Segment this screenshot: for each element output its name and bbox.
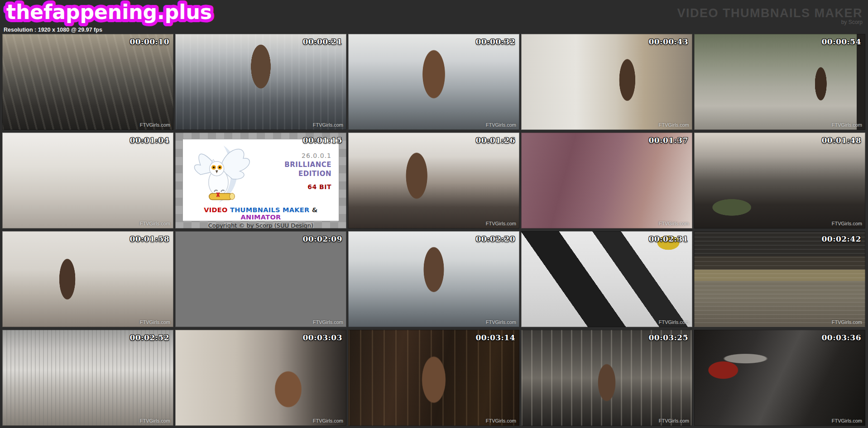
timestamp-label: 00:00:10 [129, 37, 169, 46]
video-thumbnail: 00:02:42 FTVGirls.com [694, 231, 865, 327]
ftvgirls-watermark: FTVGirls.com [659, 418, 689, 423]
video-thumbnail: 00:03:36 FTVGirls.com [694, 330, 865, 426]
ftvgirls-watermark: FTVGirls.com [140, 221, 170, 226]
video-thumbnail: 00:00:10 FTVGirls.com [2, 34, 173, 130]
ftvgirls-watermark: FTVGirls.com [659, 319, 689, 325]
timestamp-label: 00:03:14 [475, 333, 515, 342]
timestamp-label: 00:02:20 [475, 234, 515, 243]
timestamp-label: 00:03:03 [302, 333, 342, 342]
bits-label: 64 BIT [261, 182, 331, 191]
video-thumbnail: 00:01:48 FTVGirls.com [694, 133, 865, 228]
video-thumbnail: 00:02:09 FTVGirls.com [175, 231, 346, 327]
video-thumbnail: 00:03:25 FTVGirls.com [521, 330, 692, 426]
splash-body: 26.0.0.1 BRILLIANCE EDITION 64 BIT [183, 139, 339, 206]
timestamp-label: 00:02:09 [302, 234, 342, 243]
timestamp-label: 00:01:26 [475, 136, 515, 145]
ftvgirls-watermark: FTVGirls.com [659, 122, 689, 128]
ftvgirls-watermark: FTVGirls.com [486, 319, 516, 325]
timestamp-label: 00:02:52 [129, 333, 169, 342]
timestamp-label: 00:01:48 [821, 136, 861, 145]
video-thumbnail: 00:00:54 FTVGirls.com [694, 34, 865, 130]
thumbnail-grid: 00:00:10 FTVGirls.com 00:00:21 FTVGirls.… [0, 34, 868, 426]
video-thumbnail: 00:03:03 FTVGirls.com [175, 330, 346, 426]
timestamp-label: 00:01:37 [648, 136, 688, 145]
timestamp-label: 00:02:31 [648, 234, 688, 243]
ftvgirls-watermark: FTVGirls.com [313, 122, 343, 128]
timestamp-label: 00:02:42 [821, 234, 861, 243]
video-thumbnail: 00:01:58 FTVGirls.com [2, 231, 173, 327]
ftvgirls-watermark: FTVGirls.com [832, 319, 862, 325]
timestamp-label: 00:00:21 [302, 37, 342, 46]
timestamp-label: 00:00:32 [475, 37, 515, 46]
ftvgirls-watermark: FTVGirls.com [140, 122, 170, 128]
ftvgirls-watermark: FTVGirls.com [659, 221, 689, 226]
timestamp-label: 00:01:04 [129, 136, 169, 145]
timestamp-label: 00:03:25 [648, 333, 688, 342]
edition-label-2: EDITION [261, 169, 331, 178]
ftvgirls-watermark: FTVGirls.com [140, 319, 170, 325]
splash-panel: 26.0.0.1 BRILLIANCE EDITION 64 BIT VIDEO… [182, 139, 339, 221]
timestamp-label: 00:03:36 [821, 333, 861, 342]
app-logo: VIDEO THUMBNAILS MAKER by Scorp [677, 7, 863, 25]
video-thumbnail: 00:02:20 FTVGirls.com [348, 231, 519, 327]
ftvgirls-watermark: FTVGirls.com [832, 418, 862, 423]
edition-label-1: BRILLIANCE [261, 160, 331, 169]
timestamp-label: 00:01:15 [302, 136, 342, 145]
ftvgirls-watermark: FTVGirls.com [313, 418, 343, 423]
splash-title-animator: ANIMATOR [240, 214, 281, 221]
video-thumbnail: 00:00:21 FTVGirls.com [175, 34, 346, 130]
video-thumbnail: 00:00:32 FTVGirls.com [348, 34, 519, 130]
app-byline: by Scorp [677, 19, 863, 25]
video-thumbnail: 00:02:52 FTVGirls.com [2, 330, 173, 426]
app-title: VIDEO THUMBNAILS MAKER [677, 7, 863, 19]
timestamp-label: 00:01:58 [129, 234, 169, 243]
ftvgirls-watermark: FTVGirls.com [486, 418, 516, 423]
video-thumbnail-splash: 26.0.0.1 BRILLIANCE EDITION 64 BIT VIDEO… [175, 133, 346, 228]
ftvgirls-watermark: FTVGirls.com [486, 122, 516, 128]
ftvgirls-watermark: FTVGirls.com [832, 122, 862, 128]
video-thumbnail: 00:03:14 FTVGirls.com [348, 330, 519, 426]
resolution-line: Resolution : 1920 x 1080 @ 29.97 fps [4, 27, 102, 33]
video-thumbnail: 00:00:43 FTVGirls.com [521, 34, 692, 130]
video-thumbnail: 00:01:37 FTVGirls.com [521, 133, 692, 228]
header: Resolution : 1920 x 1080 @ 29.97 fps Dur… [0, 0, 868, 34]
splash-version-block: 26.0.0.1 BRILLIANCE EDITION 64 BIT [261, 139, 339, 206]
video-thumbnail: 00:01:26 FTVGirls.com [348, 133, 519, 228]
ftvgirls-watermark: FTVGirls.com [486, 221, 516, 226]
splash-title-video: VIDEO [204, 206, 227, 214]
contact-sheet: Resolution : 1920 x 1080 @ 29.97 fps Dur… [0, 0, 868, 426]
timestamp-label: 00:00:54 [821, 37, 861, 46]
video-thumbnail: 00:02:31 FTVGirls.com [521, 231, 692, 327]
version-label: 26.0.0.1 [261, 151, 331, 160]
ftvgirls-watermark: FTVGirls.com [313, 319, 343, 325]
splash-copyright: Copyright © by Scorp (SUU Design) [183, 222, 339, 228]
owl-logo-icon [183, 139, 261, 206]
splash-title-thumbnails-maker: THUMBNAILS MAKER [230, 206, 310, 214]
ftvgirls-watermark: FTVGirls.com [832, 221, 862, 226]
splash-title-ampersand: & [312, 206, 318, 214]
timestamp-label: 00:00:43 [648, 37, 688, 46]
video-thumbnail: 00:01:04 FTVGirls.com [2, 133, 173, 228]
ftvgirls-watermark: FTVGirls.com [140, 418, 170, 423]
splash-app-title: VIDEO THUMBNAILS MAKER & ANIMATOR [183, 206, 339, 221]
